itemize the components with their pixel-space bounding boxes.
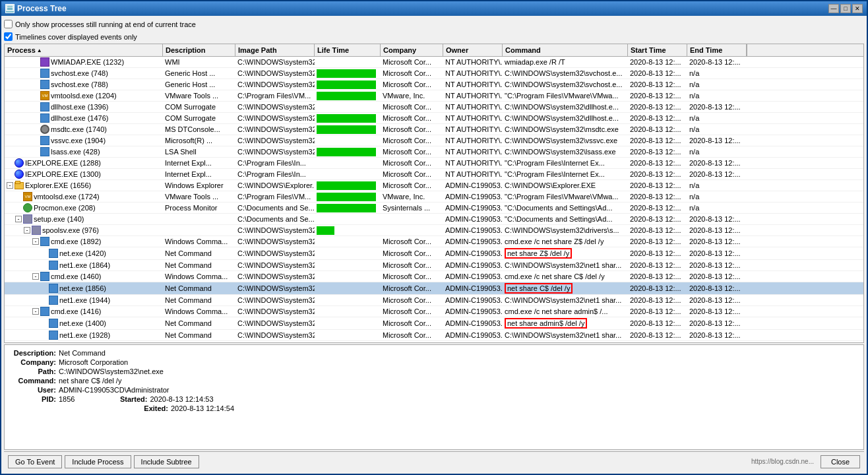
minimize-button[interactable]: — [828, 4, 839, 13]
process-cell[interactable]: dllhost.exe (1476) [5, 113, 163, 123]
lifetime-cell [315, 260, 381, 270]
process-cell[interactable]: VMvmtoolsd.exe (1204) [5, 90, 163, 101]
table-row[interactable]: dllhost.exe (1476)COM SurrogateC:\WINDOW… [5, 113, 863, 124]
process-cell[interactable]: -setup.exe (140) [5, 214, 163, 224]
table-row[interactable]: net.exe (1856)Net CommandC:\WINDOWS\syst… [5, 282, 863, 295]
app-icon [40, 147, 49, 156]
description-label: Description: [10, 349, 56, 357]
col-description[interactable]: Description [163, 44, 235, 56]
col-end-time[interactable]: End Time [687, 44, 747, 56]
company-cell: VMware, Inc. [381, 191, 443, 202]
command-cell: C:\WINDOWS\system32\lsass.exe [503, 146, 628, 157]
process-cell[interactable]: msdtc.exe (1740) [5, 124, 163, 135]
process-cell[interactable]: -spoolsv.exe (976) [5, 225, 163, 236]
process-cell[interactable]: net.exe (1400) [5, 317, 163, 329]
owner-cell: NT AUTHORITY\... [443, 135, 503, 146]
process-cell[interactable]: svchost.exe (748) [5, 68, 163, 79]
table-row[interactable]: -spoolsv.exe (976)C:\WINDOWS\system32...… [5, 225, 863, 236]
bottom-bar: Go To Event Include Process Include Subt… [4, 451, 864, 471]
maximize-button[interactable]: □ [840, 4, 851, 13]
expand-button[interactable]: - [32, 273, 39, 280]
col-start-time[interactable]: Start Time [628, 44, 687, 56]
table-row[interactable]: Procmon.exe (208)Process MonitorC:\Docum… [5, 203, 863, 214]
checkbox-timelines: Timelines cover displayed events only [4, 31, 864, 42]
table-row[interactable]: svchost.exe (788)Generic Host ...C:\WIND… [5, 79, 863, 90]
process-cell[interactable]: IEXPLORE.EXE (1288) [5, 158, 163, 168]
process-cell[interactable]: Procmon.exe (208) [5, 203, 163, 213]
table-row[interactable]: net.exe (1400)Net CommandC:\WINDOWS\syst… [5, 317, 863, 330]
process-cell[interactable]: dllhost.exe (1396) [5, 102, 163, 112]
close-button-bottom[interactable]: Close [821, 455, 860, 468]
table-row[interactable]: net1.exe (1944)Net CommandC:\WINDOWS\sys… [5, 295, 863, 306]
col-lifetime[interactable]: Life Time [315, 44, 381, 56]
table-row[interactable]: msdtc.exe (1740)MS DTConsole...C:\WINDOW… [5, 124, 863, 135]
process-cell[interactable]: WMIADAP.EXE (1232) [5, 57, 163, 67]
include-process-button[interactable]: Include Process [65, 455, 131, 468]
process-cell[interactable]: IEXPLORE.EXE (1300) [5, 169, 163, 179]
process-cell[interactable]: net1.exe (1864) [5, 260, 163, 270]
command-cell: net share Z$ /del /y [503, 247, 628, 259]
col-owner[interactable]: Owner [443, 44, 503, 56]
col-command[interactable]: Command [503, 44, 628, 56]
col-image-path[interactable]: Image Path [235, 44, 315, 56]
title-bar-left: Process Tree [5, 4, 67, 13]
table-row[interactable]: -cmd.exe (1892)Windows Comma...C:\WINDOW… [5, 236, 863, 247]
tree-body[interactable]: WMIADAP.EXE (1232)WMIC:\WINDOWS\system32… [5, 57, 863, 342]
col-company[interactable]: Company [381, 44, 443, 56]
process-cell[interactable]: -cmd.exe (1416) [5, 306, 163, 317]
close-button[interactable]: ✕ [852, 4, 863, 13]
include-subtree-button[interactable]: Include Subtree [134, 455, 199, 468]
expand-button[interactable]: - [24, 227, 30, 234]
table-row[interactable]: net.exe (1420)Net CommandC:\WINDOWS\syst… [5, 247, 863, 260]
end-time-cell: 2020-8-13 12:... [687, 317, 747, 329]
table-row[interactable]: svchost.exe (748)Generic Host ...C:\WIND… [5, 68, 863, 79]
table-row[interactable]: -Explorer.EXE (1656)Windows ExplorerC:\W… [5, 180, 863, 191]
process-cell[interactable]: -cmd.exe (1460) [5, 271, 163, 282]
table-row[interactable]: IEXPLORE.EXE (1300)Internet Expl...C:\Pr… [5, 169, 863, 180]
process-cell[interactable]: vssvc.exe (1904) [5, 135, 163, 146]
table-row[interactable]: lsass.exe (428)LSA ShellC:\WINDOWS\syste… [5, 146, 863, 158]
expand-button[interactable]: - [7, 182, 13, 189]
table-row[interactable]: -cmd.exe (1460)Windows Comma...C:\WINDOW… [5, 271, 863, 282]
process-name: cmd.exe (1892) [51, 238, 101, 245]
process-cell[interactable]: lsass.exe (428) [5, 146, 163, 157]
col-process[interactable]: Process▲ [5, 44, 163, 56]
go-to-event-button[interactable]: Go To Event [8, 455, 62, 468]
table-row[interactable]: dllhost.exe (1396)COM SurrogateC:\WINDOW… [5, 102, 863, 113]
process-name: net1.exe (1944) [59, 296, 110, 304]
table-row[interactable]: WMIADAP.EXE (1232)WMIC:\WINDOWS\system32… [5, 57, 863, 68]
only-running-label[interactable]: Only show processes still running at end… [15, 20, 196, 28]
owner-cell: NT AUTHORITY\... [443, 124, 503, 135]
process-cell[interactable]: net.exe (1856) [5, 282, 163, 294]
process-name: net.exe (1400) [59, 319, 106, 327]
expand-button[interactable]: - [32, 238, 39, 245]
expand-button[interactable]: - [15, 216, 22, 222]
table-row[interactable]: VMvmtoolsd.exe (1204)VMware Tools ...C:\… [5, 90, 863, 102]
start-time-cell: 2020-8-13 12:... [628, 135, 687, 146]
table-row[interactable]: -setup.exe (140)C:\Documents and Se...AD… [5, 214, 863, 225]
table-row[interactable]: IEXPLORE.EXE (1288)Internet Expl...C:\Pr… [5, 158, 863, 169]
only-running-checkbox[interactable] [4, 20, 13, 28]
app-icon [49, 261, 58, 270]
timelines-checkbox[interactable] [4, 32, 13, 41]
expand-button[interactable]: - [32, 308, 39, 315]
process-cell[interactable]: net.exe (1420) [5, 247, 163, 259]
end-time-cell: 2020-8-13 12:... [687, 306, 747, 317]
company-cell: Microsoft Cor... [381, 180, 443, 191]
table-row[interactable]: VMvmtoolsd.exe (1724)VMware Tools ...C:\… [5, 191, 863, 203]
process-cell[interactable]: net1.exe (1928) [5, 330, 163, 340]
description-cell: WMI [163, 57, 235, 67]
path-cell: C:\WINDOWS\system32... [235, 79, 315, 90]
table-row[interactable]: -cmd.exe (1416)Windows Comma...C:\WINDOW… [5, 306, 863, 317]
path-cell: C:\WINDOWS\system32... [235, 282, 315, 294]
process-cell[interactable]: net1.exe (1944) [5, 295, 163, 305]
table-row[interactable]: vssvc.exe (1904)Microsoft(R) ...C:\WINDO… [5, 135, 863, 146]
process-cell[interactable]: -Explorer.EXE (1656) [5, 180, 163, 191]
table-row[interactable]: net1.exe (1928)Net CommandC:\WINDOWS\sys… [5, 330, 863, 341]
process-cell[interactable]: svchost.exe (788) [5, 79, 163, 90]
timelines-label[interactable]: Timelines cover displayed events only [15, 33, 137, 41]
table-row[interactable]: net1.exe (1864)Net CommandC:\WINDOWS\sys… [5, 260, 863, 271]
process-name: msdtc.exe (1740) [51, 125, 107, 133]
process-cell[interactable]: -cmd.exe (1892) [5, 236, 163, 247]
process-cell[interactable]: VMvmtoolsd.exe (1724) [5, 191, 163, 202]
